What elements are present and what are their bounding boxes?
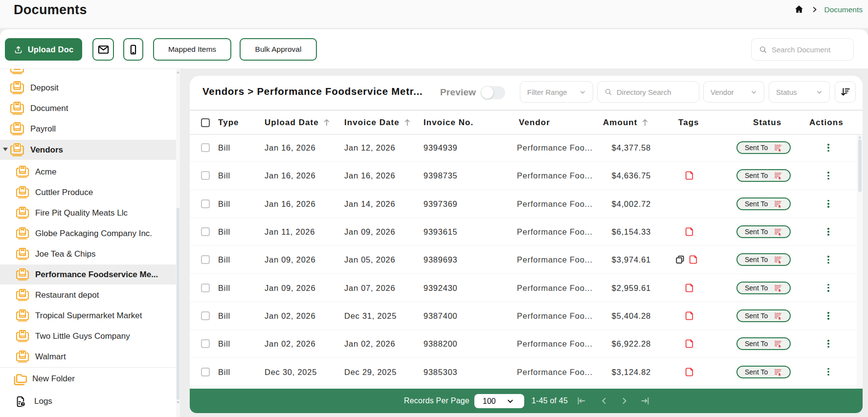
svg-text:?: ? [22,402,24,406]
